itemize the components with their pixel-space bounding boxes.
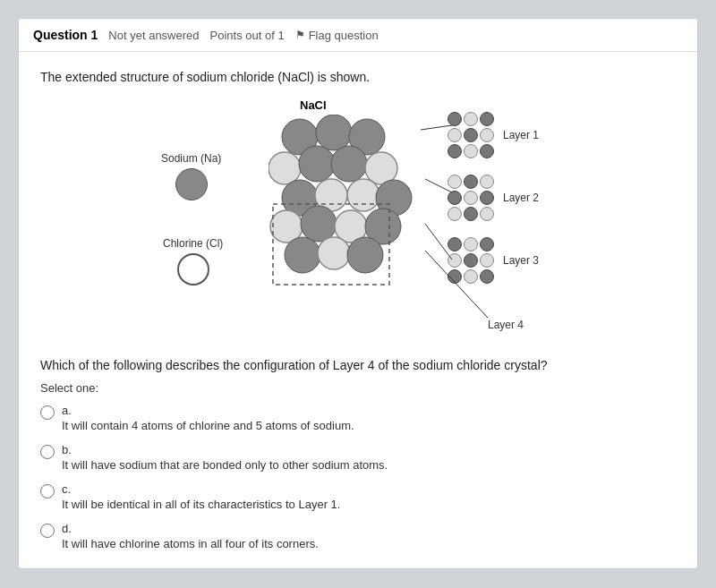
answer-status: Not yet answered	[108, 29, 199, 42]
points-label: Points out of 1	[210, 29, 285, 42]
cell	[480, 191, 494, 205]
layer-2-row: Layer 2	[448, 175, 543, 221]
cell	[464, 128, 478, 142]
svg-point-15	[285, 237, 320, 273]
option-c-content: c. It will be identical in all of its ch…	[62, 482, 340, 511]
option-d-letter: d.	[62, 522, 319, 535]
cell	[480, 237, 494, 251]
diagram-inner: NaCl Sodium (Na) Chlorine (Cl)	[152, 98, 564, 340]
option-d: d. It will have chlorine atoms in all fo…	[40, 522, 676, 550]
option-d-text: It will have chlorine atoms in all four …	[62, 537, 319, 550]
layers-area: Layer 1	[448, 112, 543, 284]
sodium-circle-icon	[175, 168, 208, 200]
radio-d[interactable]	[40, 524, 55, 538]
intro-text: The extended structure of sodium chlorid…	[40, 70, 676, 84]
sodium-label: Sodium (Na)	[161, 152, 221, 165]
chlorine-circle-icon	[177, 253, 209, 285]
svg-point-9	[347, 179, 379, 211]
cell	[464, 191, 478, 205]
option-b-letter: b.	[62, 443, 388, 456]
chlorine-label: Chlorine (Cl)	[163, 237, 223, 250]
option-a-text: It will contain 4 atoms of chlorine and …	[62, 419, 354, 432]
svg-point-12	[301, 206, 337, 242]
layer-2-grid	[448, 175, 494, 221]
layer-1-row: Layer 1	[448, 112, 543, 158]
cell	[480, 175, 494, 189]
layer-2-label: Layer 2	[503, 192, 543, 204]
option-c-text: It will be identical in all of its chara…	[62, 498, 340, 511]
options-list: a. It will contain 4 atoms of chlorine a…	[40, 404, 676, 550]
radio-c[interactable]	[40, 484, 55, 499]
option-a-content: a. It will contain 4 atoms of chlorine a…	[62, 404, 354, 432]
radio-b[interactable]	[40, 445, 55, 459]
cell	[464, 269, 478, 284]
svg-point-5	[331, 146, 367, 182]
option-c-letter: c.	[62, 482, 340, 496]
svg-point-1	[316, 115, 352, 150]
cell	[480, 253, 494, 268]
layer-1-label: Layer 1	[503, 129, 543, 141]
option-a: a. It will contain 4 atoms of chlorine a…	[40, 404, 676, 432]
cell	[448, 253, 462, 268]
svg-point-3	[268, 152, 301, 184]
option-d-content: d. It will have chlorine atoms in all fo…	[62, 522, 319, 550]
cell	[480, 207, 494, 221]
cell	[448, 128, 462, 142]
cell	[464, 207, 478, 221]
which-question-text: Which of the following describes the con…	[40, 358, 676, 372]
select-one-label: Select one:	[40, 381, 676, 395]
flag-label: Flag question	[309, 29, 379, 42]
question-body: The extended structure of sodium chlorid…	[19, 52, 697, 568]
cell	[448, 175, 462, 189]
option-b: b. It will have sodium that are bonded o…	[40, 443, 676, 472]
cell	[464, 237, 478, 251]
cell	[448, 112, 462, 126]
cell	[448, 237, 462, 251]
svg-point-4	[299, 146, 335, 182]
option-b-text: It will have sodium that are bonded only…	[62, 458, 388, 472]
question-number: Question 1	[33, 28, 98, 42]
cell	[480, 128, 494, 142]
cell	[480, 144, 494, 158]
cell	[480, 112, 494, 126]
cell	[448, 207, 462, 221]
layer-4-label: Layer 4	[488, 319, 524, 331]
diagram-area: NaCl Sodium (Na) Chlorine (Cl)	[40, 98, 676, 340]
question-card: Question 1 Not yet answered Points out o…	[18, 18, 698, 569]
cell	[448, 144, 462, 158]
layer-1-grid	[448, 112, 494, 158]
flag-icon: ⚑	[295, 29, 305, 41]
nacl-cluster	[268, 115, 421, 296]
sodium-legend: Sodium (Na)	[161, 152, 221, 200]
option-c: c. It will be identical in all of its ch…	[40, 482, 676, 511]
svg-point-17	[347, 237, 383, 273]
chlorine-legend: Chlorine (Cl)	[163, 237, 223, 285]
cell	[464, 112, 478, 126]
cell	[480, 269, 494, 284]
layer-3-label: Layer 3	[503, 254, 543, 267]
option-a-letter: a.	[62, 404, 354, 417]
cell	[464, 175, 478, 189]
layer-3-grid	[448, 237, 494, 284]
cell	[464, 144, 478, 158]
cell	[448, 191, 462, 205]
cell	[464, 253, 478, 268]
nacl-label: NaCl	[300, 98, 327, 112]
option-b-content: b. It will have sodium that are bonded o…	[62, 443, 388, 472]
radio-a[interactable]	[40, 405, 55, 420]
cell	[448, 269, 462, 284]
svg-point-16	[318, 237, 350, 269]
question-header: Question 1 Not yet answered Points out o…	[19, 19, 697, 52]
layer-3-row: Layer 3	[448, 237, 543, 284]
flag-question-button[interactable]: ⚑ Flag question	[295, 29, 379, 42]
